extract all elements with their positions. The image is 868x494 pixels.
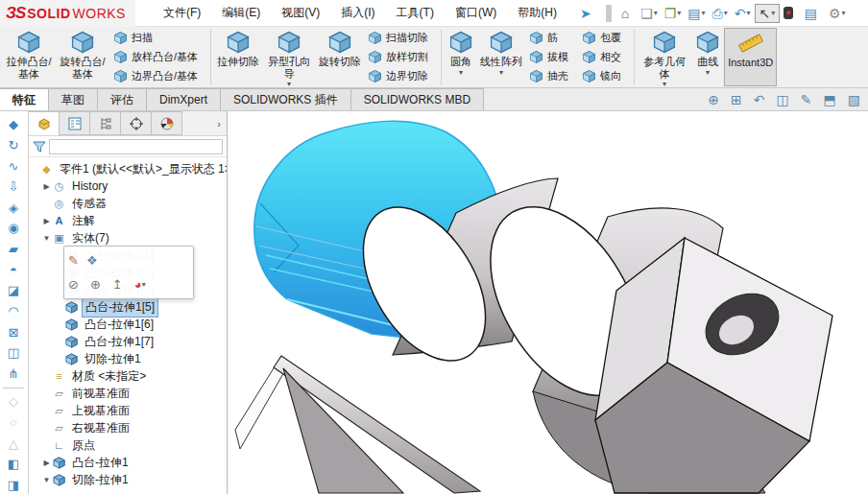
edit-appearance-icon[interactable]: ✎ [68, 253, 79, 268]
previous-view-icon[interactable]: ↶ [754, 92, 767, 107]
tree-item-solid-bodies-folder[interactable]: ▼ ▣ 实体(7) [29, 229, 227, 247]
ribbon-divider[interactable]: ▾ [207, 28, 214, 86]
hole-wizard-button[interactable]: 异型孔向导 ▾ [262, 28, 316, 86]
menu-view[interactable]: 视图(V) [271, 0, 330, 26]
tree-item-cut-extrude1-body[interactable]: 切除-拉伸1 [29, 350, 227, 367]
sep[interactable]: ▾ [606, 5, 612, 22]
tree-item-right-plane[interactable]: ▱ 右视基准面 [29, 419, 227, 436]
toolbar-divider[interactable] [2, 385, 27, 390]
ribbon-divider[interactable]: ▾ [438, 28, 445, 86]
tab-solidworks-mbd[interactable]: SOLIDWORKS MBD [350, 88, 484, 110]
sweep-path-icon[interactable]: ∿ [2, 156, 27, 176]
tree-item-top-plane[interactable]: ▱ 上视基准面 [29, 402, 227, 419]
panel-expand-arrow[interactable]: › [211, 111, 227, 135]
tree-item-boss-extrude1-6[interactable]: 凸台-拉伸1[6] [29, 316, 227, 333]
tree-item-annotations[interactable]: ▶ A 注解 [29, 212, 227, 229]
mirror-disabled-icon[interactable]: ◇ [2, 392, 27, 412]
wrap-button[interactable]: 包覆 ▾ [578, 28, 631, 47]
propertymanager-tab[interactable] [59, 111, 90, 135]
extruded-boss-base-button[interactable]: 拉伸凸台/基体 ▾ [2, 28, 56, 86]
tab-features[interactable]: 特征 [0, 88, 49, 110]
isolate-icon[interactable]: ↥ ▾ [112, 277, 127, 292]
menu-edit[interactable]: 编辑(E) [211, 0, 271, 26]
flex-bend-icon[interactable]: ◠ [2, 302, 27, 321]
extruded-cut-button[interactable]: 拉伸切除 ▾ [214, 28, 262, 86]
task-pane-icon[interactable]: ▤ ▾ [802, 4, 825, 23]
view-orientation-icon[interactable]: ⬒ [824, 92, 838, 107]
rib-button[interactable]: 筋 ▾ [525, 28, 578, 47]
surface-plane-icon[interactable]: ▰ [2, 240, 27, 259]
boundary-boss-icon[interactable]: ◈ [2, 199, 27, 218]
shell-button[interactable]: 抽壳 ▾ [525, 67, 578, 86]
ribbon-divider[interactable]: ▾ [631, 28, 638, 86]
mirror-button[interactable]: 镜向 ▾ [578, 67, 631, 86]
hide-body-icon[interactable]: ⊘ ▾ [68, 277, 83, 292]
intersect-button[interactable]: 相交 ▾ [578, 47, 631, 66]
feature-pattern-icon[interactable]: ❖ [86, 253, 98, 268]
dimxpertmanager-tab[interactable] [120, 111, 152, 135]
tree-item-material[interactable]: ≡ 材质 <未指定> [29, 367, 227, 385]
seam-stitch-icon[interactable]: ⋔ [2, 365, 27, 384]
draft-disabled-icon[interactable]: △ [2, 434, 27, 453]
instant3d-button[interactable]: Instant3D ▾ [724, 28, 777, 86]
appearances-icon[interactable]: ◕ ▾ [134, 277, 146, 292]
tree-item-boss-extrude1-5[interactable]: 凸台-拉伸1[5] [29, 298, 227, 316]
curves-button[interactable]: 曲线 ▾ [691, 28, 724, 86]
tab-solidworks-addins[interactable]: SOLIDWORKS 插件 [220, 88, 351, 110]
home-icon[interactable]: ⌂ ▾ [618, 4, 637, 23]
edit-appearance-icon[interactable]: ✎ [801, 92, 814, 107]
pin-icon[interactable]: ➤ ▾ [577, 4, 599, 23]
dome-icon[interactable]: ◓ [2, 260, 27, 279]
configurationmanager-tab[interactable] [89, 111, 121, 135]
tab-evaluate[interactable]: 评估 [97, 88, 147, 110]
rebuild-traffic-light-icon[interactable]: ● ▾ [781, 4, 800, 22]
revolved-boss-base-button[interactable]: 旋转凸台/基体 ▾ [56, 28, 109, 86]
display-style-icon[interactable]: ▧ [848, 92, 862, 107]
lofted-boss-base-button[interactable]: 放样凸台/基体 ▾ [109, 47, 207, 66]
wrap-icon[interactable]: ◉ [2, 219, 27, 238]
extruded-cut-flyout-icon[interactable]: ◨ [2, 476, 27, 494]
tab-sketch[interactable]: 草图 [48, 88, 98, 110]
draft-button[interactable]: 拔模 ▾ [525, 47, 578, 66]
print-icon[interactable]: ⎙ ▾ [710, 4, 731, 23]
options-gear-icon[interactable]: ⚙ ▾ [826, 4, 849, 23]
zoom-area-icon[interactable]: ⊞ [731, 92, 744, 107]
zoom-fit-icon[interactable]: ⊕ [708, 92, 721, 107]
tree-item-boss-extrude1-feature[interactable]: ▶ 凸台-拉伸1 [29, 454, 227, 471]
lofted-boss-icon[interactable]: ⇩ [2, 177, 27, 197]
delete-body-icon[interactable]: ⊠ [2, 322, 27, 341]
tree-item-boss-extrude1-7[interactable]: 凸台-拉伸1[7] [29, 333, 227, 350]
linear-pattern-button[interactable]: 线性阵列 ▾ [477, 28, 525, 86]
menu-insert[interactable]: 插入(I) [330, 0, 385, 26]
menu-help[interactable]: 帮助(H) [507, 0, 567, 26]
select-cursor-icon[interactable]: ↖ ▾ [755, 4, 781, 23]
extruded-boss-flyout-icon[interactable]: ◧ [2, 455, 27, 474]
zoom-to-selection-icon[interactable]: ⊕ ▾ [90, 277, 105, 292]
reference-geometry-button[interactable]: 参考几何体 ▾ [638, 28, 691, 86]
swept-boss-icon[interactable]: ◆ [2, 115, 27, 134]
menu-file[interactable]: 文件(F) [153, 0, 211, 26]
tree-item-origin[interactable]: ∟ 原点 [29, 436, 227, 454]
tree-item-front-plane[interactable]: ▱ 前视基准面 [29, 385, 227, 402]
swept-boss-button[interactable]: 扫描 ▾ [109, 28, 207, 47]
freeform-icon[interactable]: ◪ [2, 281, 27, 300]
displaymanager-tab[interactable] [151, 111, 182, 135]
menu-window[interactable]: 窗口(W) [445, 0, 507, 26]
tree-item-cut-extrude1-feature[interactable]: ▼ 切除-拉伸1 [29, 471, 227, 488]
tree-item-history[interactable]: ▶ ◷ History [29, 177, 227, 195]
section-view-icon[interactable]: ◫ [777, 92, 791, 107]
lofted-cut-button[interactable]: 放样切割 ▾ [364, 47, 438, 66]
open-icon[interactable]: ❐ ▾ [662, 4, 685, 23]
revolved-cut-button[interactable]: 旋转切除 ▾ [316, 28, 364, 86]
boundary-cut-button[interactable]: 边界切除 ▾ [364, 67, 438, 86]
feature-tree-filter-input[interactable] [49, 139, 223, 154]
tree-item-sensors[interactable]: ◎ 传感器 [29, 195, 227, 212]
swept-cut-button[interactable]: 扫描切除 ▾ [364, 28, 438, 47]
undo-icon[interactable]: ↶ ▾ [732, 4, 754, 23]
shell-tool-icon[interactable]: ◫ [2, 343, 27, 363]
new-document-icon[interactable]: ❏ ▾ [638, 4, 661, 23]
revolved-boss-icon[interactable]: ↻ [2, 136, 27, 155]
featuremanager-tree-tab[interactable] [29, 111, 60, 135]
graphics-viewport[interactable] [228, 111, 868, 494]
fillet-button[interactable]: 圆角 ▾ [445, 28, 477, 86]
